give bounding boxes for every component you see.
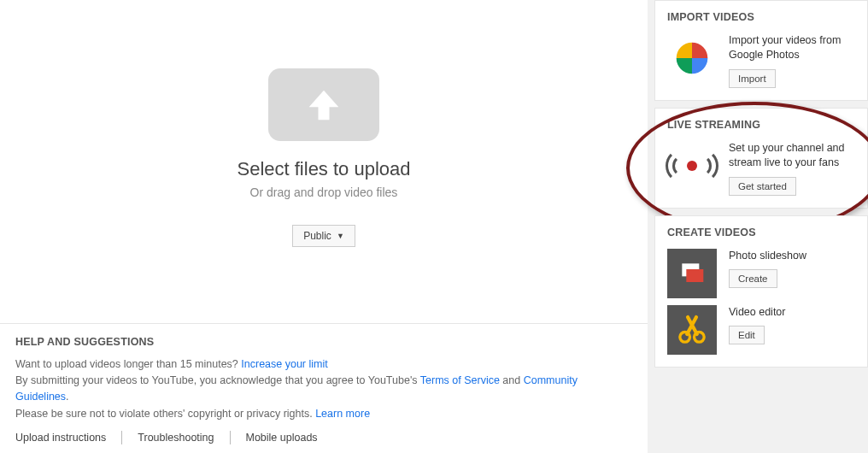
import-desc: Import your videos from Google Photos [729, 33, 855, 62]
troubleshooting-link[interactable]: Troubleshooting [138, 432, 214, 444]
live-streaming-card: LIVE STREAMING Set up your channel and s… [654, 108, 868, 209]
help-text: By submitting your videos to YouTube, yo… [15, 374, 420, 386]
help-text: Please be sure not to violate others' co… [15, 408, 315, 420]
import-videos-card: IMPORT VIDEOS Import your videos from Go… [654, 0, 868, 101]
divider [121, 431, 122, 444]
mobile-uploads-link[interactable]: Mobile uploads [246, 432, 318, 444]
live-stream-icon [667, 141, 717, 191]
upload-icon [268, 68, 379, 141]
chevron-down-icon: ▼ [337, 232, 344, 240]
live-title: LIVE STREAMING [667, 119, 855, 131]
editor-label: Video editor [729, 305, 855, 320]
import-button[interactable]: Import [729, 69, 776, 88]
privacy-label: Public [303, 230, 331, 242]
create-title: CREATE VIDEOS [667, 226, 855, 238]
divider [230, 431, 231, 444]
help-text: Want to upload videos longer than 15 min… [15, 358, 241, 370]
video-editor-icon [667, 305, 717, 355]
increase-limit-link[interactable]: Increase your limit [241, 358, 327, 370]
help-text: and [500, 374, 524, 386]
upload-dropzone[interactable]: Select files to upload Or drag and drop … [0, 0, 648, 323]
import-title: IMPORT VIDEOS [667, 11, 855, 23]
upload-title: Select files to upload [237, 158, 410, 180]
learn-more-link[interactable]: Learn more [315, 408, 370, 420]
slideshow-label: Photo slideshow [729, 249, 855, 263]
upload-instructions-link[interactable]: Upload instructions [15, 432, 106, 444]
get-started-button[interactable]: Get started [729, 177, 796, 196]
privacy-dropdown[interactable]: Public ▼ [292, 225, 355, 247]
svg-rect-1 [686, 269, 703, 282]
google-photos-icon [667, 33, 717, 83]
create-slideshow-button[interactable]: Create [729, 269, 777, 288]
live-desc: Set up your channel and stream live to y… [729, 141, 855, 170]
upload-subtitle: Or drag and drop video files [250, 185, 398, 199]
help-panel: HELP AND SUGGESTIONS Want to upload vide… [0, 323, 648, 454]
slideshow-icon [667, 249, 717, 298]
edit-video-button[interactable]: Edit [729, 326, 765, 344]
create-videos-card: CREATE VIDEOS Photo slideshow Create [654, 215, 868, 368]
tos-link[interactable]: Terms of Service [420, 374, 500, 386]
help-title: HELP AND SUGGESTIONS [15, 336, 632, 348]
